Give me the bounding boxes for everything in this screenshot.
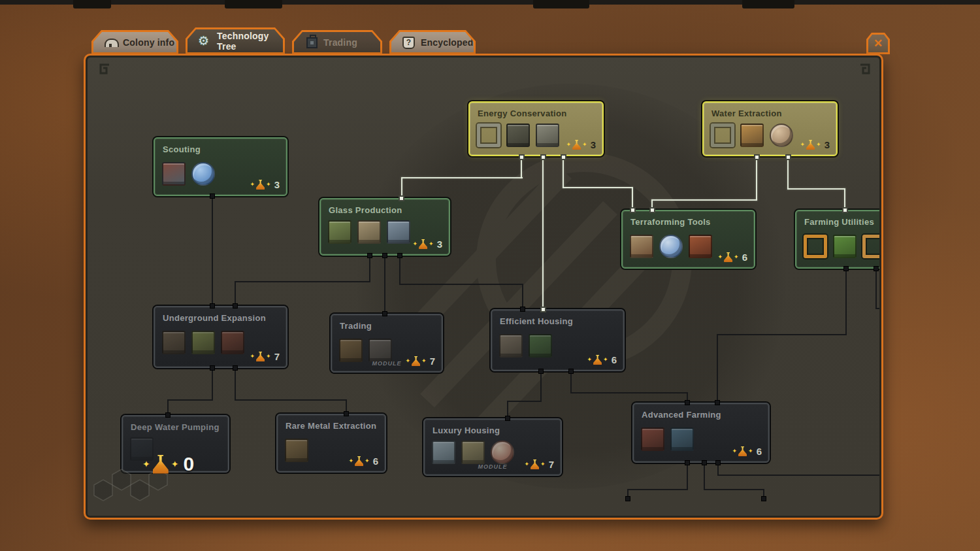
panel-corner-ornament (98, 63, 111, 76)
tech-link-white (651, 199, 757, 201)
tech-link-dark (212, 196, 213, 306)
power-unit-icon (536, 124, 559, 147)
tech-node-efficient-housing[interactable]: Efficient Housing✦✦6 (491, 309, 625, 371)
tech-link-dark (845, 269, 847, 335)
link-connector-dark (568, 369, 574, 374)
link-connector-dark (843, 266, 849, 271)
tech-node-advanced-farming[interactable]: Advanced Farming✦✦6 (632, 403, 770, 463)
link-connector-dark (520, 307, 525, 312)
tech-node-luxury-housing[interactable]: Luxury HousingMODULE✦✦7 (423, 418, 562, 476)
research-flask-icon (531, 459, 539, 469)
tech-link-dark (717, 334, 847, 335)
tech-link-dark (235, 281, 236, 306)
tech-node-water-extraction[interactable]: Water Extraction✦✦3 (702, 101, 838, 156)
hydro-panel-icon (670, 427, 694, 451)
tech-node-scouting[interactable]: Scouting✦✦3 (154, 137, 287, 196)
link-connector-dark (505, 416, 510, 421)
apartment-icon (432, 441, 455, 464)
tech-link-dark (570, 392, 688, 393)
water-extractor-icon (740, 124, 764, 147)
link-connector-dark (210, 365, 215, 371)
link-connector-white (754, 154, 760, 160)
research-flask-icon (153, 455, 169, 474)
sparkle-icon: ✦ (266, 354, 271, 359)
close-button[interactable]: ✕ (866, 33, 890, 54)
tech-link-dark (627, 489, 688, 490)
tab-technology-tree[interactable]: ⚙Technology Tree (186, 27, 285, 54)
scout-drone-icon (191, 162, 215, 186)
link-connector-dark (761, 496, 766, 501)
pump-wheel-icon (770, 124, 793, 147)
link-connector-white (519, 154, 525, 160)
link-connector-dark (715, 400, 720, 405)
tech-node-icons (285, 439, 308, 462)
link-connector-dark (382, 311, 387, 316)
research-flask-icon (256, 352, 265, 361)
metal-rig-icon (285, 439, 308, 462)
tech-link-dark (704, 463, 705, 490)
tech-node-energy-conservation[interactable]: Energy Conservation✦✦3 (468, 101, 604, 156)
tech-node-icons (711, 124, 793, 147)
tab-encyclopedia[interactable]: ?Encyclopedia (389, 30, 476, 54)
tab-trading[interactable]: Trading (292, 30, 382, 54)
link-connector-dark (165, 412, 171, 418)
tech-node-farming-utilities[interactable]: Farming Utilities (795, 210, 879, 269)
research-flask-icon (572, 140, 581, 150)
link-connector-dark (233, 303, 238, 309)
terra-sphere-icon (659, 235, 683, 258)
tech-link-dark (522, 284, 523, 309)
arch-frame-icon (862, 235, 879, 258)
research-cost-badge: ✦✦3 (566, 139, 596, 150)
research-flask-icon (412, 356, 420, 366)
link-connector-dark (382, 253, 387, 258)
sparkle-icon: ✦ (250, 354, 255, 359)
drill-station-icon (191, 331, 215, 354)
research-flask-icon (419, 239, 427, 249)
tab-colony-info[interactable]: Colony info (91, 30, 178, 54)
tech-link-dark (235, 368, 236, 401)
link-connector-dark (367, 253, 372, 258)
habitat-icon (461, 441, 485, 464)
tech-node-icons (804, 235, 879, 258)
tech-node-terraforming-tools[interactable]: Terraforming Tools✦✦6 (621, 210, 755, 269)
tab-label: Colony info (123, 37, 174, 48)
tech-node-title: Trading (340, 321, 372, 331)
tech-link-white (401, 177, 523, 178)
tech-node-glass-production[interactable]: Glass Production✦✦3 (319, 198, 450, 256)
tech-link-dark (369, 256, 370, 282)
tech-link-dark (717, 475, 879, 476)
sparkle-icon: ✦ (142, 461, 150, 467)
tech-node-title: Luxury Housing (433, 426, 500, 435)
research-cost-badge: ✦✦7 (525, 459, 554, 470)
tab-label: Trading (323, 37, 357, 48)
tech-node-trading[interactable]: TradingMODULE✦✦7 (331, 314, 443, 373)
tech-node-icons (162, 331, 244, 354)
tech-link-dark (167, 399, 213, 401)
research-cost-badge: ✦✦6 (587, 354, 617, 365)
research-cost-value: 0 (183, 453, 194, 475)
tech-link-dark (875, 269, 877, 309)
sparkle-icon: ✦ (349, 458, 354, 464)
antenna-hab-icon (529, 334, 552, 358)
tech-node-icons (339, 339, 392, 362)
colony-dome-icon (104, 37, 117, 48)
tech-node-underground-expansion[interactable]: Underground Expansion✦✦7 (154, 306, 287, 368)
link-connector-dark (874, 266, 879, 271)
tech-link-dark (717, 334, 718, 404)
research-cost-value: 6 (742, 252, 747, 263)
tech-link-dark (570, 371, 572, 393)
sand-collector-icon (328, 220, 351, 244)
tech-node-rare-metal-extraction[interactable]: Rare Metal Extraction✦✦6 (276, 414, 386, 473)
tech-node-icons (328, 220, 410, 244)
research-cost-value: 6 (373, 456, 378, 467)
tech-tree-viewport[interactable]: Scouting✦✦3Energy Conservation✦✦3Water E… (88, 58, 879, 516)
research-cost-badge: ✦✦7 (406, 356, 435, 367)
research-cost-value: 6 (612, 354, 617, 365)
tech-node-title: Terraforming Tools (630, 217, 711, 227)
tech-link-dark (235, 399, 347, 401)
research-flask-icon (256, 180, 265, 190)
sparkle-icon: ✦ (171, 461, 179, 467)
research-cost-badge: ✦✦6 (349, 456, 378, 467)
compact-dome-icon (499, 334, 523, 358)
link-connector-dark (397, 253, 402, 258)
